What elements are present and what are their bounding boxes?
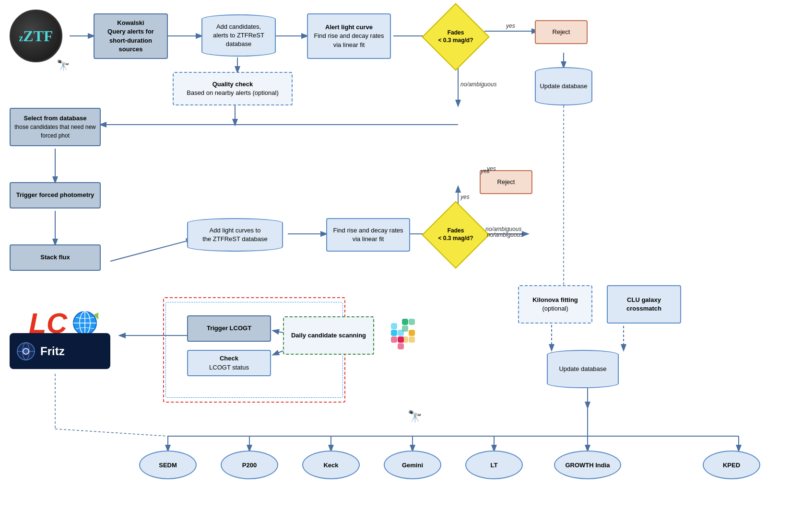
stack-flux-box: Stack flux [10, 244, 101, 271]
gemini-ellipse: Gemini [384, 451, 441, 479]
diamond1: Fades < 0.3 mag/d? [422, 11, 489, 63]
svg-rect-46 [391, 323, 397, 329]
svg-rect-49 [409, 319, 415, 325]
sedm-ellipse: SEDM [139, 451, 197, 479]
svg-rect-55 [391, 336, 397, 343]
p200-ellipse: P200 [221, 451, 278, 479]
clu-crossmatch-box: CLU galaxy crossmatch [607, 285, 681, 324]
kilonova-box: Kilonova fitting (optional) [518, 285, 592, 324]
keck-ellipse: Keck [302, 451, 360, 479]
daily-scanning-box: Daily candidate scanning [283, 316, 374, 355]
svg-rect-54 [398, 336, 404, 343]
svg-rect-51 [409, 330, 415, 336]
svg-rect-50 [402, 325, 408, 332]
alert-lightcurve-box: Alert light curve Find rise and decay ra… [307, 13, 391, 59]
trigger-forced-phot-box: Trigger forced photometry [10, 182, 101, 208]
svg-line-35 [55, 429, 168, 436]
yes2-label: yes [481, 168, 490, 174]
svg-rect-45 [391, 330, 397, 336]
update-db2-box: Update database [547, 350, 619, 388]
svg-rect-48 [402, 319, 408, 325]
svg-line-13 [110, 240, 192, 261]
find-rates-box: Find rise and decay rates via linear fit [326, 218, 410, 252]
kowalski-box: Kowalski Query alerts for short-duration… [94, 13, 168, 59]
add-candidates-box: Add candidates, alerts to ZTFReST databa… [201, 14, 276, 57]
no-ambiguous2-label: no/ambiguous [487, 231, 523, 238]
growth-ellipse: GROWTH India [554, 451, 621, 479]
ztf-logo: zZTF 🔭 [10, 10, 72, 72]
svg-point-61 [24, 349, 28, 354]
check-lcogt-box: Check LCOGT status [187, 350, 271, 376]
diamond2: Fades < 0.3 mag/d? [422, 208, 489, 261]
lco-globe-icon [72, 310, 98, 336]
update-db1-box: Update database [535, 67, 592, 105]
trigger-lcogt-box: Trigger LCOGT [187, 315, 271, 342]
svg-rect-52 [409, 336, 415, 343]
telescope2-icon: 🔭 [408, 410, 422, 423]
slack-icon [389, 316, 422, 350]
select-from-db-box: Select from database those candidates th… [10, 108, 101, 146]
svg-text:yes: yes [460, 194, 470, 200]
svg-text:no/ambiguous: no/ambiguous [460, 81, 496, 88]
quality-check-box: Quality check Based on nearby alerts (op… [173, 72, 293, 105]
fritz-globe-icon [16, 342, 35, 361]
fritz-logo: Fritz [10, 333, 110, 369]
svg-text:yes: yes [506, 23, 515, 29]
reject1-box: Reject [535, 20, 588, 44]
svg-rect-56 [398, 343, 404, 349]
kped-ellipse: KPED [703, 451, 760, 479]
telescope-icon: 🔭 [57, 59, 70, 72]
lt-ellipse: LT [465, 451, 523, 479]
add-lightcurves-box: Add light curves to the ZTFReST database [187, 218, 283, 252]
